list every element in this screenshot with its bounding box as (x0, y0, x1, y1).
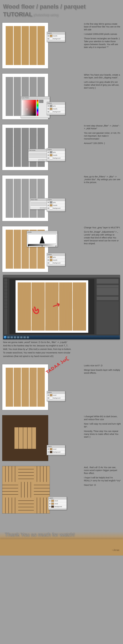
liquify-canvas: ৬ ↗ (16, 280, 88, 333)
layer-row: wood (47, 448, 65, 451)
tutorial-header: Wood floor / panels / parquet TUTORIALph… (0, 0, 123, 20)
layer-name: boards (53, 204, 57, 206)
step7-illustration: TADAA ʖωʗ Layers wood Background (2, 364, 48, 410)
step8-tile (15, 427, 36, 449)
taskbar-item (27, 336, 29, 338)
layer-name: boards (53, 108, 57, 110)
color-picker-dialog: Color Picker (21, 96, 50, 118)
step7-text: Looks nice isn't? :D Merge base boards l… (84, 364, 121, 376)
step9-p1: And.. that's all :D As You can see, more… (84, 466, 121, 475)
step7-canvas (2, 364, 48, 410)
visibility-icon (48, 38, 49, 40)
layer-thumb (50, 111, 52, 113)
step5-p1: Change Your „grey” layer to MULTIPY. (84, 226, 121, 229)
layers-panel-title: Layers (47, 253, 65, 256)
step-7: TADAA ʖωʗ Layers wood Background Looks n… (0, 362, 123, 412)
layers-panel: Layers grey boards Background (47, 102, 65, 115)
layer-row: Background (47, 38, 65, 40)
layer-name: wood (53, 394, 56, 396)
step6-p1: Now we gonna make „wood” texture :D Go t… (3, 341, 120, 344)
taskbar-item (20, 336, 23, 338)
start-orb-icon (4, 336, 7, 339)
layer-row: wood (48, 502, 67, 505)
step6-p4: To create wood knot, You need to make yo… (3, 351, 120, 354)
layers-panel-title: Layers (47, 32, 65, 34)
layer-row: Background (47, 207, 65, 210)
step5-text: Change Your „grey” layer to MULTIPY. Go … (84, 226, 121, 246)
step6-p3: Well, You must draw by 🖌 (this tool) a u… (3, 348, 120, 351)
color-field (21, 100, 36, 116)
layer-thumb (50, 35, 52, 37)
layer-thumb (50, 105, 52, 107)
thanks-text: Thank You so much for watch! (0, 531, 123, 538)
layer-thumb (50, 256, 52, 258)
layers-panel-title: Layers (48, 497, 67, 500)
ok-button (40, 207, 44, 209)
layers-panel: Layers wood Background (47, 445, 65, 455)
visibility-icon (48, 111, 49, 112)
layer-name: Background (53, 157, 60, 159)
layers-panel: Layers grey boards Background (47, 253, 65, 266)
visibility-icon (48, 394, 49, 396)
layer-thumb (50, 397, 52, 399)
noise-title: Add Noise (29, 149, 48, 152)
visibility-icon (49, 500, 51, 502)
step8-p1: I changed White BG to dark brown, and re… (84, 415, 121, 421)
layer-name: grey (53, 105, 56, 107)
layer-thumb (50, 157, 52, 159)
visibility-icon (48, 202, 49, 203)
layer-thumb (50, 38, 52, 40)
layer-name: grey (53, 151, 56, 153)
step3-canvas (2, 124, 48, 170)
layer-name: grey (53, 256, 56, 258)
layer-row: Background (47, 451, 65, 454)
taskbar-item (23, 336, 26, 338)
step9-p3: Have fun! :D (84, 484, 121, 486)
layers-panel-title: Layers (47, 445, 65, 448)
step3-p1: In next step choose „filter” -> „Noise” … (84, 124, 121, 130)
layer-name: Background (53, 207, 60, 209)
layers-panel-title: Layers (47, 148, 65, 151)
windows-taskbar (3, 336, 120, 339)
layer-thumb (50, 262, 52, 264)
taskbar-item (10, 336, 13, 338)
step2-p2: Let's colour it in grey shade (it's not … (84, 81, 121, 90)
step7-p1: Looks nice isn't? :D (84, 364, 121, 367)
layer-row: grey (47, 151, 65, 154)
step6-text: Now we gonna make „wood” texture :D Go t… (0, 340, 123, 362)
layer-thumb (50, 201, 52, 204)
layer-row: grey (47, 104, 65, 108)
layer-thumb (50, 204, 52, 206)
layer-thumb (50, 451, 52, 453)
layer-row: Background (48, 505, 67, 508)
step1-text: In the first step We're gonna create bas… (84, 22, 121, 50)
step-4: Motion Blur Layers grey boards Backgroun… (0, 172, 123, 224)
layer-name: Background (53, 111, 60, 113)
step8-canvas (2, 415, 48, 461)
step8-p3: Honestly, Thise step You can repeat many… (84, 430, 121, 438)
layer-name: Background (53, 262, 60, 264)
add-noise-dialog: Add Noise (28, 149, 48, 162)
layer-name: grey (53, 202, 56, 203)
layer-thumb (50, 448, 52, 450)
footer: Thank You so much for watch! ~Jeraa (0, 516, 123, 556)
step5-p2: Go to the „Image” „Adjustments”-> „ Leve… (84, 230, 121, 245)
parquet-result (2, 466, 50, 514)
step4-p1: Now, go to the „Filters” -> „Blur” -> „m… (84, 175, 121, 184)
signature: ~Jeraa (112, 548, 119, 552)
layer-name: wood (53, 448, 56, 450)
step-5: Levels Layers grey boards Background (0, 224, 123, 274)
layer-name: boards (53, 259, 57, 261)
layer-thumb (50, 108, 52, 110)
title-line2: TUTORIALphotoshop using (3, 10, 120, 18)
step9-p2: I hope it will be helpful And I'm REALLY… (84, 476, 121, 482)
visibility-icon (49, 506, 51, 508)
ok-button (38, 159, 43, 161)
layers-panel-title: Layers (47, 198, 65, 201)
layer-row: boards (47, 154, 65, 157)
title-tutorial: TUTORIAL (3, 11, 33, 18)
layer-name: Background (53, 451, 60, 453)
layer-thumb (51, 503, 54, 505)
step5-illustration: Levels Layers grey boards Background (2, 226, 48, 272)
visibility-icon (48, 256, 49, 258)
